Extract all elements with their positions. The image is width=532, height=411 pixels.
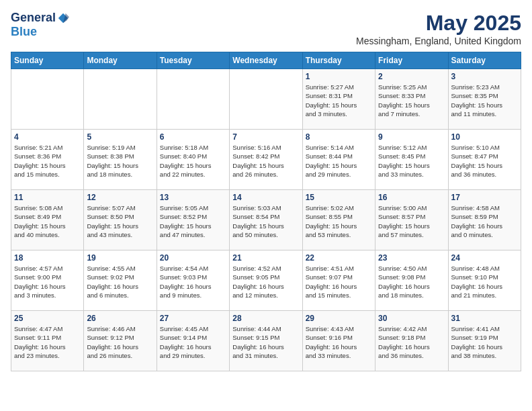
calendar-cell: 25Sunrise: 4:47 AM Sunset: 9:11 PM Dayli… — [11, 311, 84, 371]
day-number: 17 — [451, 193, 518, 202]
day-info: Sunrise: 4:54 AM Sunset: 9:03 PM Dayligh… — [160, 264, 226, 300]
logo-icon — [57, 12, 69, 24]
day-info: Sunrise: 5:23 AM Sunset: 8:35 PM Dayligh… — [451, 83, 518, 118]
calendar-cell: 26Sunrise: 4:46 AM Sunset: 9:12 PM Dayli… — [84, 311, 157, 371]
calendar-cell: 31Sunrise: 4:41 AM Sunset: 9:19 PM Dayli… — [448, 311, 521, 371]
day-info: Sunrise: 5:16 AM Sunset: 8:42 PM Dayligh… — [232, 143, 299, 179]
day-number: 11 — [14, 193, 81, 202]
day-info: Sunrise: 4:44 AM Sunset: 9:15 PM Dayligh… — [232, 324, 299, 360]
day-number: 15 — [306, 193, 372, 202]
day-info: Sunrise: 5:05 AM Sunset: 8:52 PM Dayligh… — [160, 203, 226, 239]
logo-blue: Blue — [11, 25, 37, 38]
day-info: Sunrise: 4:48 AM Sunset: 9:10 PM Dayligh… — [451, 264, 518, 300]
day-number: 27 — [160, 314, 226, 323]
day-number: 1 — [306, 72, 372, 81]
calendar-header-row: SundayMondayTuesdayWednesdayThursdayFrid… — [11, 52, 521, 69]
day-info: Sunrise: 4:57 AM Sunset: 9:00 PM Dayligh… — [14, 264, 81, 300]
calendar-cell: 17Sunrise: 4:58 AM Sunset: 8:59 PM Dayli… — [448, 190, 521, 250]
calendar-cell: 9Sunrise: 5:12 AM Sunset: 8:45 PM Daylig… — [375, 130, 448, 190]
day-number: 22 — [306, 253, 372, 263]
day-info: Sunrise: 4:41 AM Sunset: 9:19 PM Dayligh… — [451, 324, 518, 360]
day-info: Sunrise: 4:51 AM Sunset: 9:07 PM Dayligh… — [306, 264, 372, 300]
calendar-cell: 16Sunrise: 5:00 AM Sunset: 8:57 PM Dayli… — [375, 190, 448, 250]
day-info: Sunrise: 5:18 AM Sunset: 8:40 PM Dayligh… — [160, 143, 226, 179]
calendar-cell: 18Sunrise: 4:57 AM Sunset: 9:00 PM Dayli… — [11, 250, 84, 311]
calendar-week-5: 25Sunrise: 4:47 AM Sunset: 9:11 PM Dayli… — [11, 311, 521, 371]
column-header-sunday: Sunday — [11, 52, 84, 69]
calendar-cell — [11, 69, 84, 130]
day-info: Sunrise: 4:46 AM Sunset: 9:12 PM Dayligh… — [87, 324, 153, 360]
calendar-cell: 3Sunrise: 5:23 AM Sunset: 8:35 PM Daylig… — [448, 69, 521, 130]
calendar-cell: 8Sunrise: 5:14 AM Sunset: 8:44 PM Daylig… — [302, 130, 375, 190]
day-number: 16 — [378, 193, 445, 202]
day-number: 24 — [451, 253, 518, 263]
day-number: 30 — [378, 314, 445, 323]
calendar-cell: 28Sunrise: 4:44 AM Sunset: 9:15 PM Dayli… — [230, 311, 302, 371]
day-info: Sunrise: 5:02 AM Sunset: 8:55 PM Dayligh… — [306, 203, 372, 239]
day-number: 18 — [14, 253, 81, 263]
day-number: 8 — [306, 132, 372, 142]
calendar-cell: 29Sunrise: 4:43 AM Sunset: 9:16 PM Dayli… — [302, 311, 375, 371]
column-header-thursday: Thursday — [302, 52, 375, 69]
calendar-week-2: 4Sunrise: 5:21 AM Sunset: 8:36 PM Daylig… — [11, 130, 521, 190]
calendar-cell: 13Sunrise: 5:05 AM Sunset: 8:52 PM Dayli… — [157, 190, 229, 250]
day-number: 2 — [378, 72, 445, 81]
day-info: Sunrise: 5:00 AM Sunset: 8:57 PM Dayligh… — [378, 203, 445, 239]
calendar-cell: 15Sunrise: 5:02 AM Sunset: 8:55 PM Dayli… — [302, 190, 375, 250]
calendar-cell: 21Sunrise: 4:52 AM Sunset: 9:05 PM Dayli… — [230, 250, 302, 311]
calendar-cell: 5Sunrise: 5:19 AM Sunset: 8:38 PM Daylig… — [84, 130, 157, 190]
day-info: Sunrise: 5:10 AM Sunset: 8:47 PM Dayligh… — [451, 143, 518, 179]
calendar-cell: 1Sunrise: 5:27 AM Sunset: 8:31 PM Daylig… — [302, 69, 375, 130]
column-header-wednesday: Wednesday — [230, 52, 302, 69]
calendar-cell: 14Sunrise: 5:03 AM Sunset: 8:54 PM Dayli… — [230, 190, 302, 250]
column-header-saturday: Saturday — [448, 52, 521, 69]
logo: General Blue — [11, 11, 69, 39]
day-number: 10 — [451, 132, 518, 142]
calendar-cell: 20Sunrise: 4:54 AM Sunset: 9:03 PM Dayli… — [157, 250, 229, 311]
calendar-week-1: 1Sunrise: 5:27 AM Sunset: 8:31 PM Daylig… — [11, 69, 521, 130]
day-info: Sunrise: 4:50 AM Sunset: 9:08 PM Dayligh… — [378, 264, 445, 300]
day-info: Sunrise: 5:21 AM Sunset: 8:36 PM Dayligh… — [14, 143, 81, 179]
calendar-week-3: 11Sunrise: 5:08 AM Sunset: 8:49 PM Dayli… — [11, 190, 521, 250]
logo-general: General — [11, 11, 56, 25]
calendar-cell — [84, 69, 157, 130]
column-header-monday: Monday — [84, 52, 157, 69]
calendar-cell: 11Sunrise: 5:08 AM Sunset: 8:49 PM Dayli… — [11, 190, 84, 250]
day-info: Sunrise: 4:58 AM Sunset: 8:59 PM Dayligh… — [451, 203, 518, 239]
day-number: 25 — [14, 314, 81, 323]
day-info: Sunrise: 4:42 AM Sunset: 9:18 PM Dayligh… — [378, 324, 445, 360]
day-info: Sunrise: 4:45 AM Sunset: 9:14 PM Dayligh… — [160, 324, 226, 360]
day-number: 12 — [87, 193, 153, 202]
day-number: 19 — [87, 253, 153, 263]
calendar-cell: 27Sunrise: 4:45 AM Sunset: 9:14 PM Dayli… — [157, 311, 229, 371]
day-info: Sunrise: 4:52 AM Sunset: 9:05 PM Dayligh… — [232, 264, 299, 300]
day-number: 26 — [87, 314, 153, 323]
day-number: 7 — [232, 132, 299, 142]
day-info: Sunrise: 5:14 AM Sunset: 8:44 PM Dayligh… — [306, 143, 372, 179]
calendar-cell: 6Sunrise: 5:18 AM Sunset: 8:40 PM Daylig… — [157, 130, 229, 190]
calendar-cell: 30Sunrise: 4:42 AM Sunset: 9:18 PM Dayli… — [375, 311, 448, 371]
calendar-cell: 2Sunrise: 5:25 AM Sunset: 8:33 PM Daylig… — [375, 69, 448, 130]
calendar-week-4: 18Sunrise: 4:57 AM Sunset: 9:00 PM Dayli… — [11, 250, 521, 311]
day-number: 31 — [451, 314, 518, 323]
day-info: Sunrise: 4:47 AM Sunset: 9:11 PM Dayligh… — [14, 324, 81, 360]
calendar-table: SundayMondayTuesdayWednesdayThursdayFrid… — [11, 52, 521, 371]
column-header-friday: Friday — [375, 52, 448, 69]
day-info: Sunrise: 5:03 AM Sunset: 8:54 PM Dayligh… — [232, 203, 299, 239]
calendar-cell: 19Sunrise: 4:55 AM Sunset: 9:02 PM Dayli… — [84, 250, 157, 311]
column-header-tuesday: Tuesday — [157, 52, 229, 69]
page-header: General Blue May 2025 Messingham, Englan… — [11, 11, 521, 46]
calendar-cell: 12Sunrise: 5:07 AM Sunset: 8:50 PM Dayli… — [84, 190, 157, 250]
day-number: 6 — [160, 132, 226, 142]
calendar-cell: 10Sunrise: 5:10 AM Sunset: 8:47 PM Dayli… — [448, 130, 521, 190]
calendar-cell: 24Sunrise: 4:48 AM Sunset: 9:10 PM Dayli… — [448, 250, 521, 311]
day-number: 20 — [160, 253, 226, 263]
day-number: 28 — [232, 314, 299, 323]
calendar-cell — [230, 69, 302, 130]
day-info: Sunrise: 5:19 AM Sunset: 8:38 PM Dayligh… — [87, 143, 153, 179]
calendar-cell: 22Sunrise: 4:51 AM Sunset: 9:07 PM Dayli… — [302, 250, 375, 311]
day-info: Sunrise: 4:43 AM Sunset: 9:16 PM Dayligh… — [306, 324, 372, 360]
day-number: 14 — [232, 193, 299, 202]
location: Messingham, England, United Kingdom — [356, 36, 521, 46]
day-number: 5 — [87, 132, 153, 142]
